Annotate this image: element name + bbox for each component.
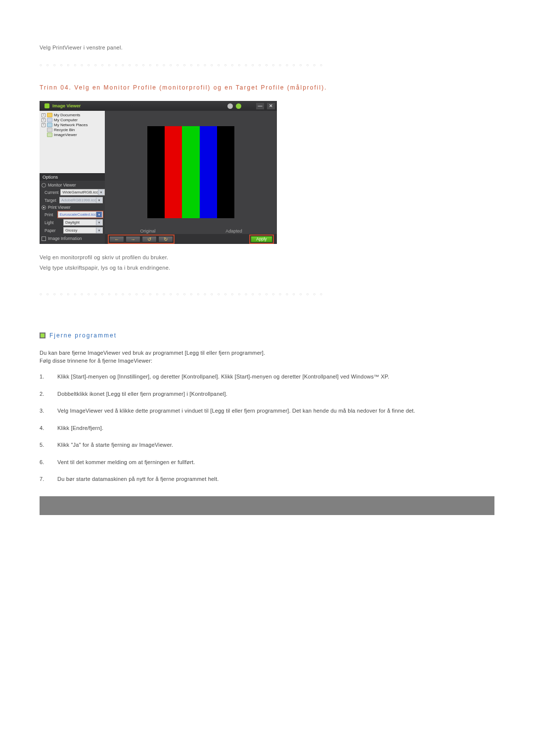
preview-labels: Original Adapted	[105, 228, 277, 234]
step-text: Vent til det kommer melding om at fjerni…	[57, 459, 195, 465]
check-label: Image Information	[48, 236, 82, 241]
tree-item[interactable]: My Documents	[54, 113, 80, 117]
apply-button[interactable]: Apply	[251, 236, 272, 242]
tree-item[interactable]: Recycle Bin	[54, 128, 75, 132]
dropdown-icon[interactable]: ▼	[96, 212, 102, 217]
image-information-check[interactable]: Image Information	[42, 236, 103, 241]
step-text: Velg ImageViewer ved å klikke dette prog…	[57, 408, 415, 414]
minimize-button[interactable]: —	[256, 103, 264, 109]
step-text: Klikk [Start]-menyen og [Innstillinger],…	[57, 374, 389, 379]
preview-image	[147, 126, 234, 218]
section2-p2: Følg disse trinnene for å fjerne ImageVi…	[40, 358, 494, 364]
rotate-ccw-button[interactable]: ↺	[142, 236, 157, 242]
original-label: Original	[105, 229, 191, 234]
tree-item[interactable]: ImageViewer	[54, 133, 77, 137]
current-label: Current	[44, 190, 58, 195]
options-header: Options	[40, 173, 105, 181]
footer	[40, 496, 494, 515]
paper-select[interactable]: Glossy ▼	[63, 227, 103, 234]
tree-item[interactable]: My Network Places	[54, 123, 88, 127]
close-button[interactable]: ✕	[267, 103, 275, 109]
light-label: Light	[44, 220, 61, 225]
app-title: Image Viewer	[52, 103, 81, 108]
under-line2: Velg type utskriftspapir, lys og ta i br…	[40, 263, 494, 273]
divider: ○○○○○○○○○○○○○○○○○○○○○○○○○○○○○○○○○○○○○○○○…	[40, 63, 494, 67]
under-text: Velg en monitorprofil og skriv ut profil…	[40, 253, 494, 272]
settings-icon[interactable]	[227, 103, 233, 109]
select-value: Daylight	[65, 220, 80, 225]
app-icon	[44, 103, 49, 108]
under-line1: Velg en monitorprofil og skriv ut profil…	[40, 253, 494, 262]
step-heading: Trinn 04. Velg en Monitor Profile (monit…	[40, 84, 494, 91]
section2-p1: Du kan bare fjerne ImageViewer ved bruk …	[40, 350, 494, 356]
dropdown-icon[interactable]: ▼	[98, 189, 104, 195]
radio-label: Monitor Viewer	[48, 183, 76, 188]
light-select[interactable]: Daylight ▼	[63, 219, 103, 226]
step-item: 6.Vent til det kommer melding om at fjer…	[49, 458, 494, 467]
dropdown-icon[interactable]: ▼	[96, 220, 102, 225]
step-text: Dobbeltklikk ikonet [Legg til eller fjer…	[57, 391, 227, 397]
section-icon	[40, 332, 45, 338]
folder-tree[interactable]: +My Documents +My Computer +My Network P…	[40, 111, 105, 173]
select-value: AdobeRGB1998.icc	[61, 198, 96, 202]
radio-label: Print Viewer	[48, 205, 71, 210]
monitor-viewer-radio[interactable]: Monitor Viewer	[42, 183, 103, 188]
app-window: Image Viewer — ✕ +My Documents +My Compu…	[40, 101, 277, 244]
select-value: WideGamutRGB.icc	[62, 190, 98, 194]
current-select[interactable]: WideGamutRGB.icc ▼	[60, 189, 105, 195]
target-select[interactable]: AdobeRGB1998.icc ▼	[59, 197, 103, 203]
preview-area	[105, 111, 277, 228]
select-value: Glossy	[65, 228, 77, 233]
step-item: 5.Klikk "Ja" for å starte fjerning av Im…	[49, 441, 494, 449]
rotate-cw-button[interactable]: ↻	[158, 236, 173, 242]
step-item: 1.Klikk [Start]-menyen og [Innstillinger…	[49, 373, 494, 381]
dropdown-icon[interactable]: ▼	[96, 197, 102, 203]
options-panel: Monitor Viewer Current WideGamutRGB.icc …	[40, 181, 105, 244]
print-select[interactable]: EuroscaleCoated.icc ▼	[58, 211, 103, 218]
step-item: 4.Klikk [Endre/fjern].	[49, 424, 494, 432]
divider: ○○○○○○○○○○○○○○○○○○○○○○○○○○○○○○○○○○○○○○○○…	[40, 292, 494, 296]
titlebar: Image Viewer — ✕	[40, 101, 277, 111]
paper-label: Paper	[44, 228, 61, 233]
step-item: 7.Du bør starte datamaskinen på nytt for…	[49, 475, 494, 483]
nav-group: ← → ↺ ↻	[108, 235, 175, 244]
step-text: Klikk [Endre/fjern].	[57, 425, 103, 431]
target-label: Target	[44, 198, 57, 203]
print-label: Print	[44, 212, 56, 217]
tree-item[interactable]: My Computer	[54, 118, 78, 122]
next-button[interactable]: →	[126, 236, 140, 242]
help-icon[interactable]	[236, 103, 241, 109]
prev-button[interactable]: ←	[109, 236, 124, 242]
print-viewer-radio[interactable]: Print Viewer	[42, 205, 103, 210]
dropdown-icon[interactable]: ▼	[96, 228, 102, 233]
adapted-label: Adapted	[191, 229, 277, 234]
step-text: Klikk "Ja" for å starte fjerning av Imag…	[57, 442, 173, 448]
step-item: 2.Dobbeltklikk ikonet [Legg til eller fj…	[49, 390, 494, 398]
select-value: EuroscaleCoated.icc	[60, 212, 96, 217]
step-item: 3.Velg ImageViewer ved å klikke dette pr…	[49, 407, 494, 415]
section-title: Fjerne programmet	[49, 332, 117, 339]
toolbar: ← → ↺ ↻ Apply	[105, 234, 277, 244]
removal-steps: 1.Klikk [Start]-menyen og [Innstillinger…	[40, 373, 494, 483]
step-text: Du bør starte datamaskinen på nytt for å…	[57, 476, 219, 482]
intro-text: Velg PrintViewer i venstre panel.	[40, 45, 494, 50]
